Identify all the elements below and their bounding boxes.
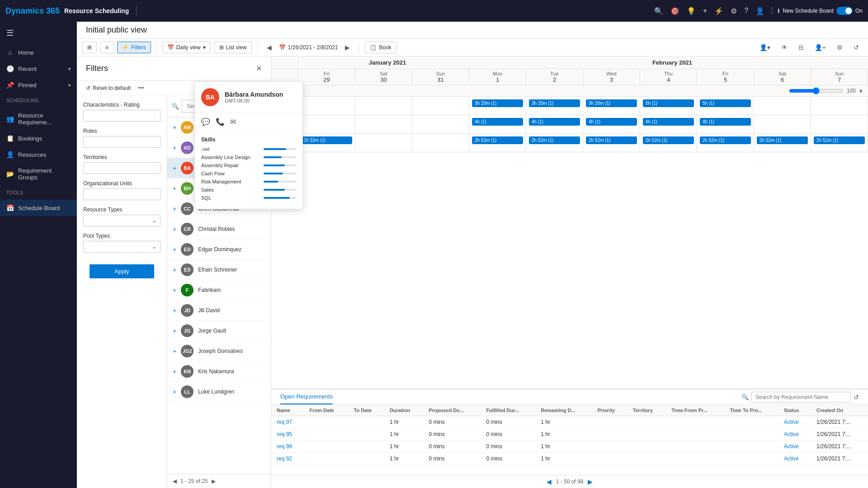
req-status-link[interactable]: Active <box>784 443 799 450</box>
day-name: Sat <box>357 71 410 76</box>
booking-chip[interactable]: 2h 52m (1) <box>757 136 808 144</box>
hamburger-menu[interactable]: ☰ <box>0 22 77 44</box>
req-status-link[interactable]: Active <box>784 419 799 425</box>
req-name-link[interactable]: req 92 <box>277 455 292 462</box>
org-units-input[interactable] <box>83 188 160 200</box>
sidebar-item-req-groups[interactable]: 📂 Requirement Groups <box>0 163 77 185</box>
calendar-grid: 3h 20m (1)3h 20m (1)3h 20m (1)5h (1)5h (… <box>271 97 868 389</box>
expand-icon[interactable]: ▾ <box>859 88 863 94</box>
req-search-input[interactable] <box>751 392 851 403</box>
req-table-cell <box>627 428 666 441</box>
filters-btn[interactable]: ⚡ Filters <box>117 42 151 53</box>
booking-chip[interactable]: 2h 52m (1) <box>586 136 637 144</box>
settings-icon[interactable]: ⚙ <box>731 7 737 15</box>
reset-default-btn[interactable]: ↺ Reset to default <box>86 85 131 91</box>
sidebar-item-schedule-board[interactable]: 📅 Schedule Board <box>0 200 77 216</box>
booking-chip[interactable]: 3h 20m (1) <box>586 99 637 107</box>
resource-types-select[interactable] <box>83 215 160 226</box>
lightbulb-icon[interactable]: 💡 <box>687 7 696 15</box>
booking-chip[interactable]: 2h 52m (1) <box>529 136 580 144</box>
list-icon-btn[interactable]: ≡ <box>100 42 113 53</box>
booking-chip[interactable]: 2h 52m (1) <box>643 136 694 144</box>
resource-type-btn[interactable]: 👤▾ <box>756 42 774 53</box>
req-name-link[interactable]: req 95 <box>277 431 292 437</box>
popup-skills-list: .net Assembly Line Design Assembly Repai… <box>271 146 296 201</box>
settings2-btn[interactable]: ⚙ <box>833 42 846 53</box>
booking-chip[interactable]: 2h 52m (1) <box>301 136 352 144</box>
eye-btn[interactable]: 👁 <box>778 42 791 53</box>
resource-item[interactable]: + CR Christal Robles <box>167 219 271 239</box>
booking-chip[interactable]: 5h (1) <box>643 99 694 107</box>
resource-item[interactable]: + JD Jill David <box>167 300 271 321</box>
filters-header: Filters ✕ <box>77 56 271 81</box>
booking-chip[interactable]: 4h (1) <box>586 118 637 126</box>
list-view-btn[interactable]: ⊞ List view <box>214 42 252 53</box>
booking-chip[interactable]: 4h (1) <box>700 118 751 126</box>
user-icon[interactable]: 👤 <box>755 7 764 15</box>
booking-chip[interactable]: 2h 52m (1) <box>472 136 523 144</box>
booking-chip[interactable]: 4h (1) <box>529 118 580 126</box>
next-date-btn[interactable]: ▶ <box>341 42 354 53</box>
sidebar-item-bookings[interactable]: 📋 Bookings <box>0 130 77 146</box>
booking-chip[interactable]: 2h 52m (1) <box>814 136 865 144</box>
filter-icon[interactable]: ⚡ <box>714 7 723 15</box>
search-icon[interactable]: 🔍 <box>654 7 663 15</box>
req-table: NameFrom DateTo DateDurationProposed Du.… <box>271 405 868 465</box>
new-schedule-toggle[interactable] <box>836 7 853 15</box>
zoom-slider[interactable] <box>789 87 843 94</box>
refresh-btn[interactable]: ↺ <box>850 42 863 53</box>
sidebar-item-pinned[interactable]: 📌 Pinned ▾ <box>0 77 77 93</box>
open-req-tab[interactable]: Open Requirements <box>280 389 333 404</box>
apply-button[interactable]: Apply <box>90 264 154 278</box>
char-rating-input[interactable] <box>83 110 160 122</box>
book-btn[interactable]: 📋 Book <box>365 42 396 53</box>
req-status-link[interactable]: Active <box>784 431 799 437</box>
territories-input[interactable] <box>83 162 160 174</box>
booking-chip[interactable]: 3h 20m (1) <box>472 99 523 107</box>
booking-chip[interactable]: 3h 20m (1) <box>529 99 580 107</box>
resource-item[interactable]: + JG2 Joseph Gonsalves <box>167 341 271 361</box>
sidebar-item-resources[interactable]: 👤 Resources <box>0 146 77 163</box>
target-icon[interactable]: 🎯 <box>670 7 679 15</box>
grid-view-btn[interactable]: ⊞ <box>82 42 97 53</box>
resource-item[interactable]: + LL Luke Lundgren <box>167 382 271 402</box>
req-next-btn[interactable]: ▶ <box>588 478 593 485</box>
resource-item[interactable]: + KN Kris Nakamura <box>167 361 271 382</box>
pool-types-select[interactable] <box>83 241 160 253</box>
booking-chip[interactable]: 4h (1) <box>472 118 523 126</box>
req-name-link[interactable]: req 97 <box>277 419 292 425</box>
refresh-icon[interactable]: ↺ <box>854 394 859 401</box>
sidebar-item-resource-req[interactable]: 👥 Resource Requireme... <box>0 108 77 130</box>
booking-chip[interactable]: 4h (1) <box>643 118 694 126</box>
req-prev-btn[interactable]: ◀ <box>547 478 552 485</box>
filters-close-btn[interactable]: ✕ <box>256 64 262 73</box>
prev-page-btn[interactable]: ◀ <box>173 478 177 484</box>
daily-view-btn[interactable]: 📅 Daily view ▾ <box>162 42 211 53</box>
help-icon[interactable]: ? <box>744 7 748 15</box>
skill-row: Cash Flow <box>271 171 296 176</box>
req-table-head: NameFrom DateTo DateDurationProposed Du.… <box>271 405 868 416</box>
person-add-btn[interactable]: 👤+ <box>811 42 830 53</box>
calendar-cell <box>355 115 412 133</box>
skill-row: Sales <box>271 187 296 192</box>
plus-icon[interactable]: + <box>703 7 707 15</box>
booking-chip[interactable]: 5h (1) <box>700 99 751 107</box>
prev-date-btn[interactable]: ◀ <box>263 42 275 53</box>
resource-item[interactable]: + ED Edgar Dominquez <box>167 239 271 260</box>
more-options-btn[interactable]: ••• <box>138 84 144 91</box>
req-status-link[interactable]: Active <box>784 455 799 462</box>
req-table-cell <box>592 428 627 441</box>
resource-types-field: Resource Types <box>83 206 160 226</box>
sidebar-item-recent[interactable]: 🕐 Recent ▾ <box>0 61 77 77</box>
sidebar-item-home[interactable]: ⌂ Home <box>0 44 77 61</box>
calendar-cell: 5h (1) <box>697 97 754 115</box>
resource-item[interactable]: + F Fabrikam <box>167 280 271 300</box>
resource-item[interactable]: + JG Jorge Gault <box>167 321 271 341</box>
roles-input[interactable] <box>83 136 160 148</box>
req-table-cell: 1/26/2021 7:... <box>811 441 868 453</box>
resource-item[interactable]: + ES Efrain Schreiner <box>167 260 271 280</box>
booking-chip[interactable]: 2h 52m (1) <box>700 136 751 144</box>
req-name-link[interactable]: req 99 <box>277 443 292 450</box>
columns-btn[interactable]: ⊟ <box>795 42 807 53</box>
next-page-btn[interactable]: ▶ <box>212 478 216 484</box>
